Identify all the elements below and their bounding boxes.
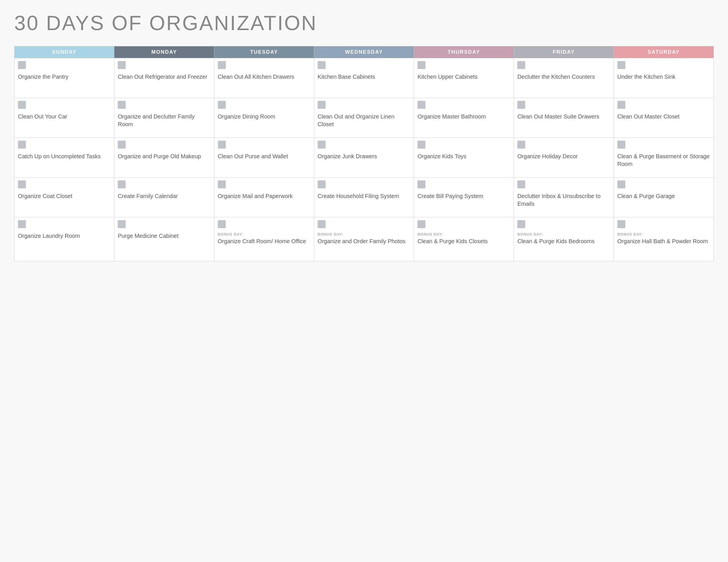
day-number-box (318, 101, 326, 109)
day-task-text: Clean Out All Kitchen Drawers (218, 73, 311, 81)
day-header-saturday: SATURDAY (614, 46, 713, 58)
calendar-row-5: Organize Laundry RoomPurge Medicine Cabi… (15, 217, 714, 262)
calendar-cell: Clean Out Master Suite Drawers (514, 98, 614, 138)
day-number-box (218, 181, 226, 188)
bonus-label: BONUS DAY: (318, 232, 410, 237)
calendar-cell: BONUS DAY:Organize Hall Bath & Powder Ro… (614, 217, 713, 262)
day-number-box (417, 141, 425, 149)
day-header-wednesday: WEDNESDAY (314, 46, 414, 58)
day-number-box (118, 181, 126, 188)
day-task-text: Purge Medicine Cabinet (118, 232, 210, 240)
calendar-cell: Organize Coat Closet (15, 178, 114, 217)
day-task-text: Clean Out Your Car (18, 113, 111, 121)
day-number-box (318, 220, 326, 228)
day-task-text: Kitchen Upper Cabinets (417, 73, 510, 81)
calendar-cell: Under the Kitchen Sink (614, 58, 713, 98)
day-header-friday: FRIDAY (514, 46, 614, 58)
day-task-text: Organize Dining Room (218, 113, 311, 121)
day-number-box (517, 141, 525, 149)
day-number-box (617, 181, 625, 188)
calendar-cell: Create Family Calendar (114, 178, 214, 217)
calendar-cell: Purge Medicine Cabinet (114, 217, 214, 262)
day-number-box (517, 101, 525, 109)
day-task-text: Clean & Purge Kids Bedrooms (517, 238, 610, 245)
calendar-cell: Declutter the Kitchen Counters (514, 58, 614, 98)
calendar-cell: Organize Master Bathroom (414, 98, 514, 138)
day-task-text: Clean & Purge Basement or Storage Room (617, 153, 710, 168)
calendar-cell: Organize the Pantry (15, 58, 114, 98)
calendar-cell: Clean & Purge Garage (614, 178, 713, 217)
calendar-cell: Kitchen Base Cabinets (314, 58, 414, 98)
calendar-cell: Organize and Purge Old Makeup (114, 138, 214, 178)
day-task-text: Organize Kids Toys (417, 153, 510, 160)
calendar-cell: Clean Out Master Closet (614, 98, 713, 138)
day-number-box (417, 220, 425, 228)
day-number-box (218, 101, 226, 109)
day-task-text: Organize Hall Bath & Powder Room (617, 238, 710, 245)
day-task-text: Clean Out Master Closet (617, 113, 710, 121)
day-task-text: Organize Junk Drawers (318, 153, 410, 160)
day-number-box (617, 61, 625, 69)
calendar-cell: Organize Dining Room (214, 98, 314, 138)
day-number-box (18, 101, 26, 109)
day-number-box (118, 101, 126, 109)
calendar-cell: Create Bill Paying System (414, 178, 514, 217)
day-number-box (617, 220, 625, 228)
day-number-box (118, 61, 126, 69)
day-task-text: Declutter the Kitchen Counters (517, 73, 610, 81)
day-task-text: Organize Craft Room/ Home Office (218, 238, 311, 245)
calendar-row-4: Organize Coat ClosetCreate Family Calend… (15, 178, 714, 217)
day-task-text: Organize Master Bathroom (417, 113, 510, 121)
calendar-row-1: Organize the PantryClean Out Refrigerato… (15, 58, 714, 98)
calendar-cell: Clean Out Refrigerator and Freezer (114, 58, 214, 98)
day-task-text: Kitchen Base Cabinets (318, 73, 410, 81)
day-task-text: Clean & Purge Garage (617, 192, 710, 200)
day-number-box (417, 61, 425, 69)
day-number-box (417, 101, 425, 109)
calendar-row-3: Catch Up on Uncompleted TasksOrganize an… (15, 138, 714, 178)
calendar-cell: Organize Laundry Room (15, 217, 114, 262)
day-task-text: Clean Out Master Suite Drawers (517, 113, 610, 121)
calendar-cell: BONUS DAY:Clean & Purge Kids Bedrooms (514, 217, 614, 262)
calendar-cell: Catch Up on Uncompleted Tasks (15, 138, 114, 178)
calendar-cell: Organize Junk Drawers (314, 138, 414, 178)
day-header-thursday: THURSDAY (414, 46, 514, 58)
calendar-cell: BONUS DAY:Organize Craft Room/ Home Offi… (214, 217, 314, 262)
calendar-cell: Kitchen Upper Cabinets (414, 58, 514, 98)
day-number-box (18, 61, 26, 69)
day-number-box (617, 141, 625, 149)
day-header-tuesday: TUESDAY (214, 46, 314, 58)
day-task-text: Organize and Declutter Family Room (118, 113, 210, 128)
day-number-box (218, 141, 226, 149)
day-task-text: Clean Out Refrigerator and Freezer (118, 73, 210, 81)
calendar-cell: Create Household Filing System (314, 178, 414, 217)
day-header-sunday: SUNDAY (15, 46, 114, 58)
calendar-cell: Clean Out Your Car (15, 98, 114, 138)
day-number-box (318, 141, 326, 149)
day-task-text: Organize Mail and Paperwork (218, 192, 311, 200)
bonus-label: BONUS DAY: (218, 232, 311, 237)
day-task-text: Organize and Order Family Photos (318, 238, 410, 245)
calendar-table: SUNDAYMONDAYTUESDAYWEDNESDAYTHURSDAYFRID… (14, 46, 714, 262)
day-number-box (118, 220, 126, 228)
calendar-cell: BONUS DAY:Clean & Purge Kids Closets (414, 217, 514, 262)
day-task-text: Organize the Pantry (18, 73, 111, 81)
day-number-box (18, 181, 26, 188)
calendar-cell: Clean & Purge Basement or Storage Room (614, 138, 713, 178)
day-number-box (118, 141, 126, 149)
day-task-text: Create Family Calendar (118, 192, 210, 200)
day-task-text: Declutter Inbox & Unsubscribe to Emails (517, 192, 610, 208)
day-task-text: Create Bill Paying System (417, 192, 510, 200)
day-number-box (318, 181, 326, 188)
day-task-text: Organize Laundry Room (18, 232, 111, 240)
day-task-text: Clean Out and Organize Linen Closet (318, 113, 410, 128)
calendar-cell: Clean Out All Kitchen Drawers (214, 58, 314, 98)
day-task-text: Clean Out Purse and Wallet (218, 153, 311, 160)
day-number-box (18, 220, 26, 228)
day-number-box (318, 61, 326, 69)
day-task-text: Organize Coat Closet (18, 192, 111, 200)
day-number-box (218, 61, 226, 69)
calendar-cell: BONUS DAY:Organize and Order Family Phot… (314, 217, 414, 262)
calendar-cell: Organize and Declutter Family Room (114, 98, 214, 138)
day-number-box (18, 141, 26, 149)
